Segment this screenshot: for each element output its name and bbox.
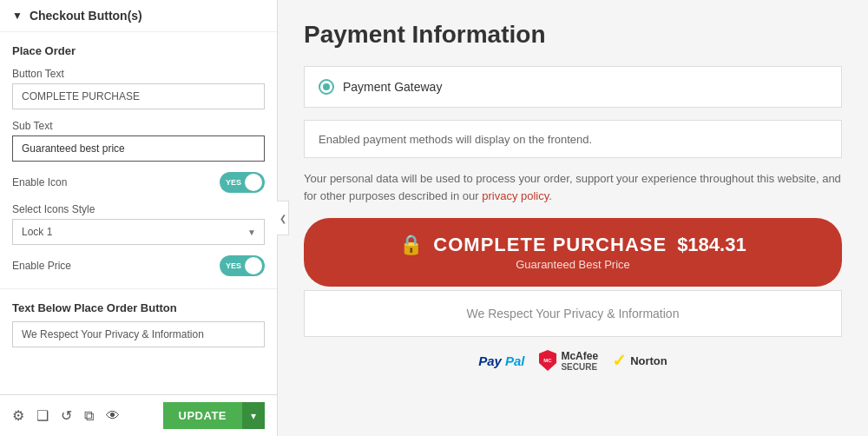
mcafee-badge: MC McAfee SECURE <box>538 349 598 372</box>
history-icon[interactable]: ↺ <box>61 407 72 424</box>
purchase-btn-text: COMPLETE PURCHASE <box>433 234 667 256</box>
toggle-knob <box>245 174 262 191</box>
text-below-label: Text Below Place Order Button <box>12 301 265 314</box>
place-order-label: Place Order <box>12 44 265 57</box>
collapse-tab[interactable]: ❮ <box>277 201 289 235</box>
trust-badges: PayPal MC McAfee SECURE ✓ Norton <box>304 349 842 372</box>
icons-style-select[interactable]: Lock 1 Lock 2 Lock 3 <box>12 219 265 245</box>
page-title: Payment Information <box>304 21 842 49</box>
update-arrow-button[interactable]: ▾ <box>242 402 265 429</box>
svg-text:MC: MC <box>544 358 553 363</box>
eye-icon[interactable]: 👁 <box>106 408 120 424</box>
layers-icon[interactable]: ❑ <box>36 407 49 424</box>
lock-icon: 🔒 <box>399 234 423 256</box>
privacy-policy-link[interactable]: privacy policy <box>482 189 549 202</box>
purchase-btn-top: 🔒 COMPLETE PURCHASE $184.31 <box>321 234 825 256</box>
mcafee-sub: SECURE <box>561 362 598 372</box>
purchase-btn-price: $184.31 <box>677 234 746 256</box>
left-panel: ▼ Checkout Button(s) Place Order Button … <box>0 0 278 436</box>
panel-content: Place Order Button Text Sub Text Enable … <box>0 32 277 394</box>
divider <box>0 288 277 289</box>
collapse-arrow-icon[interactable]: ▼ <box>12 10 23 22</box>
mcafee-text: McAfee SECURE <box>561 350 598 372</box>
enable-price-row: Enable Price YES <box>12 255 265 276</box>
collapse-icon: ❮ <box>279 214 286 223</box>
purchase-button[interactable]: 🔒 COMPLETE PURCHASE $184.31 Guaranteed B… <box>304 218 842 287</box>
paypal-pal: Pal <box>505 353 525 368</box>
update-button[interactable]: UPDATE <box>163 402 242 429</box>
privacy-bar: We Respect Your Privacy & Information <box>304 290 842 337</box>
privacy-text: Your personal data will be used to proce… <box>304 170 842 204</box>
mcafee-shield-icon: MC <box>538 349 557 372</box>
gear-icon[interactable]: ⚙ <box>12 407 24 424</box>
paypal-badge: PayPal <box>478 353 524 368</box>
sub-text-input[interactable] <box>12 135 265 162</box>
enable-price-toggle[interactable]: YES <box>220 255 265 276</box>
enable-icon-label: Enable Icon <box>12 176 67 188</box>
norton-badge: ✓ Norton <box>612 350 667 371</box>
gateway-radio[interactable] <box>319 79 334 95</box>
radio-dot-inner <box>323 83 330 90</box>
enable-price-label: Enable Price <box>12 260 71 272</box>
bottom-icons: ⚙ ❑ ↺ ⧉ 👁 <box>12 407 120 424</box>
button-text-input[interactable] <box>12 83 265 109</box>
gateway-label: Payment Gateway <box>343 80 442 94</box>
enable-price-toggle-text: YES <box>226 261 241 270</box>
norton-label: Norton <box>630 354 667 367</box>
enable-icon-row: Enable Icon YES <box>12 172 265 193</box>
norton-check-icon: ✓ <box>612 350 627 371</box>
enable-icon-toggle[interactable]: YES <box>220 172 265 193</box>
info-box: Enabled payment methods will display on … <box>304 120 842 158</box>
panel-title: Checkout Button(s) <box>30 9 142 23</box>
mcafee-label: McAfee <box>561 350 598 362</box>
copy-icon[interactable]: ⧉ <box>84 408 94 424</box>
info-text: Enabled payment methods will display on … <box>319 133 592 146</box>
select-icons-style-label: Select Icons Style <box>12 203 265 215</box>
privacy-text-2: . <box>549 189 552 202</box>
right-panel: Payment Information Payment Gateway Enab… <box>278 0 868 436</box>
update-btn-wrapper: UPDATE ▾ <box>163 402 265 429</box>
paypal-pay: Pay <box>478 353 502 368</box>
select-wrapper: Lock 1 Lock 2 Lock 3 <box>12 219 265 245</box>
panel-header: ▼ Checkout Button(s) <box>0 0 277 32</box>
sub-text-label: Sub Text <box>12 120 265 132</box>
enable-icon-toggle-text: YES <box>226 178 241 187</box>
button-text-label: Button Text <box>12 68 265 80</box>
privacy-bar-text: We Respect Your Privacy & Information <box>467 307 680 320</box>
purchase-btn-sub: Guaranteed Best Price <box>321 258 825 271</box>
enable-price-toggle-knob <box>245 257 262 274</box>
icons-style-row: Select Icons Style Lock 1 Lock 2 Lock 3 <box>12 203 265 245</box>
bottom-bar: ⚙ ❑ ↺ ⧉ 👁 UPDATE ▾ <box>0 394 277 436</box>
gateway-box[interactable]: Payment Gateway <box>304 66 842 108</box>
privacy-text-1: Your personal data will be used to proce… <box>304 172 841 202</box>
text-below-input[interactable] <box>12 321 265 347</box>
